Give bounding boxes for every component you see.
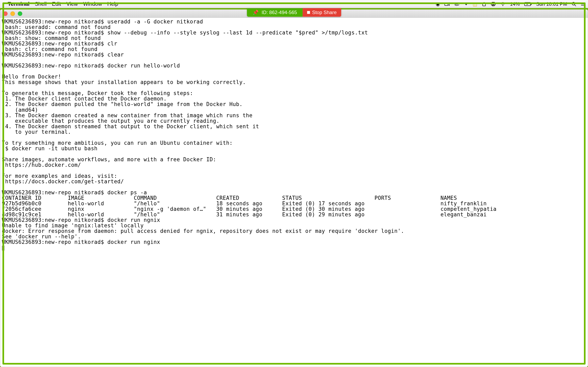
menu-view[interactable]: View xyxy=(66,1,78,7)
pin-icon: 📌 xyxy=(252,9,259,15)
status-clock[interactable]: Sun 10:01 PM xyxy=(536,1,567,7)
svg-rect-0 xyxy=(445,3,448,6)
menu-shell[interactable]: Shell xyxy=(35,1,47,7)
svg-line-13 xyxy=(575,5,576,6)
status-tool-icon[interactable]: ✦ xyxy=(464,1,468,7)
menu-edit[interactable]: Edit xyxy=(52,1,61,7)
svg-point-12 xyxy=(572,2,575,5)
screen-share-id[interactable]: 📌 ID: 862-494-565 xyxy=(247,8,303,17)
status-docker-icon[interactable] xyxy=(454,2,459,6)
app-menu[interactable]: Terminal xyxy=(8,1,29,7)
screen-share-bar: 📌 ID: 862-494-565 Stop Share xyxy=(247,8,341,17)
stop-share-button[interactable]: Stop Share xyxy=(303,8,341,17)
status-battery-icon[interactable] xyxy=(524,2,532,6)
spotlight-icon[interactable] xyxy=(572,2,576,6)
control-center-icon[interactable] xyxy=(581,2,586,6)
status-shield-icon[interactable]: ◫ xyxy=(473,1,477,7)
svg-rect-4 xyxy=(456,3,457,3)
status-lock-icon[interactable] xyxy=(482,2,486,6)
window-minimize-button[interactable] xyxy=(10,11,15,16)
share-id-label: ID: 862-494-565 xyxy=(261,9,297,15)
terminal-window: x — 204×60 WKMUS6236893:new-repo nitkora… xyxy=(0,9,588,367)
status-camera-icon[interactable] xyxy=(444,2,450,6)
macos-menubar: Terminal Shell Edit View Window Help ◉ ✦… xyxy=(0,0,588,8)
window-maximize-button[interactable] xyxy=(18,11,22,16)
window-traffic-lights xyxy=(3,11,22,16)
svg-rect-1 xyxy=(455,4,456,4)
status-battery-pct: 14% xyxy=(510,1,520,7)
menu-help[interactable]: Help xyxy=(107,1,118,7)
status-record-icon[interactable]: ◉ xyxy=(436,1,440,7)
svg-rect-5 xyxy=(483,4,485,6)
stop-share-label: Stop Share xyxy=(312,9,337,15)
svg-rect-3 xyxy=(457,4,458,4)
status-wifi-icon[interactable] xyxy=(500,2,506,6)
stop-icon xyxy=(307,11,310,14)
status-printer-icon[interactable] xyxy=(491,2,496,6)
terminal-output[interactable]: WKMUS6236893:new-repo nitkorad$ useradd … xyxy=(0,18,588,367)
svg-rect-2 xyxy=(456,4,457,4)
svg-point-9 xyxy=(502,5,503,6)
menu-window[interactable]: Window xyxy=(83,1,102,7)
svg-rect-11 xyxy=(531,3,531,5)
terminal-cursor xyxy=(2,246,4,250)
window-close-button[interactable] xyxy=(3,11,8,16)
